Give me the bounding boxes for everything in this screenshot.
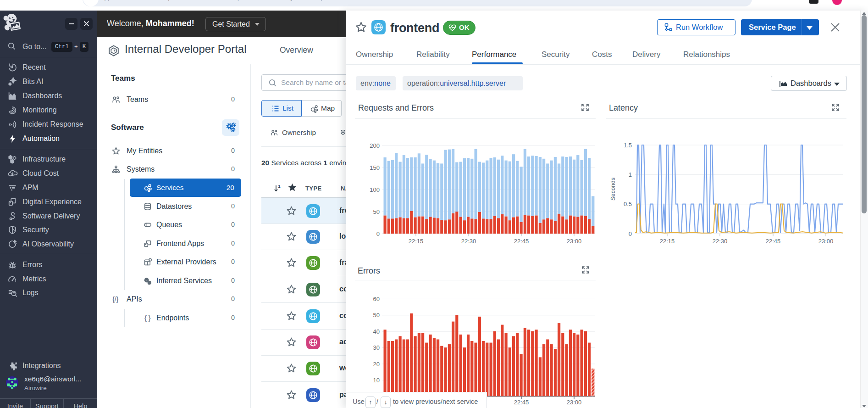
svg-text:40: 40 xyxy=(373,328,380,335)
svg-text:22:45: 22:45 xyxy=(514,399,529,406)
svg-text:Seconds: Seconds xyxy=(609,177,616,201)
svg-text:{/}: {/} xyxy=(112,296,119,303)
svg-text:22:15: 22:15 xyxy=(409,238,424,245)
svg-text:200: 200 xyxy=(370,142,380,149)
svg-text:1: 1 xyxy=(629,171,632,178)
svg-text:23:00: 23:00 xyxy=(567,399,582,406)
svg-text:20: 20 xyxy=(373,361,380,368)
svg-text:50: 50 xyxy=(373,312,380,319)
svg-text:23:00: 23:00 xyxy=(818,238,834,245)
svg-text:60: 60 xyxy=(373,296,380,302)
svg-text:22:15: 22:15 xyxy=(660,238,675,245)
svg-text:1: 1 xyxy=(278,184,281,189)
svg-text:{ }: { } xyxy=(144,314,151,322)
svg-text:22:30: 22:30 xyxy=(713,238,728,245)
svg-text:22:45: 22:45 xyxy=(766,238,781,245)
svg-text:0: 0 xyxy=(629,230,632,237)
svg-text:1.5: 1.5 xyxy=(624,142,632,149)
svg-text:100: 100 xyxy=(370,186,380,193)
svg-text:150: 150 xyxy=(370,164,380,171)
svg-text:0: 0 xyxy=(376,230,380,237)
svg-text:22:30: 22:30 xyxy=(461,238,476,245)
svg-text:22:45: 22:45 xyxy=(514,238,529,245)
svg-text:50: 50 xyxy=(373,208,380,215)
svg-text:0.5: 0.5 xyxy=(624,201,632,207)
svg-text:10: 10 xyxy=(373,377,380,384)
svg-text:30: 30 xyxy=(373,344,380,351)
svg-text:23:00: 23:00 xyxy=(567,238,582,245)
